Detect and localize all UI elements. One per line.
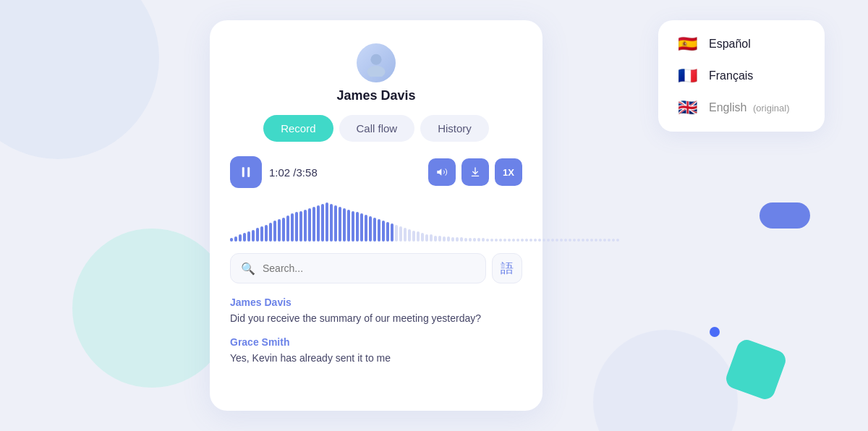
svg-rect-2	[242, 167, 244, 177]
waveform-bar	[265, 225, 268, 242]
speaker-2-text: Yes, Kevin has already sent it to me	[230, 351, 522, 366]
waveform-bar	[256, 228, 259, 242]
waveform-bar	[495, 239, 498, 242]
waveform-bar	[343, 208, 346, 242]
waveform-bar	[273, 221, 276, 242]
waveform-bar	[304, 210, 307, 242]
waveform-bar	[347, 210, 350, 242]
waveform-bar	[573, 239, 576, 242]
waveform-bar	[330, 204, 333, 242]
waveform-bar	[291, 213, 294, 242]
search-icon: 🔍	[241, 262, 255, 276]
waveform-bar	[373, 218, 376, 242]
volume-button[interactable]	[428, 158, 456, 186]
speaker-1-name: James Davis	[230, 296, 522, 308]
lang-item-english[interactable]: 🇬🇧 English (original)	[676, 98, 807, 117]
waveform-bar	[608, 239, 610, 242]
waveform-bar	[399, 226, 402, 242]
bg-decoration-dot	[710, 327, 720, 337]
waveform-bar	[482, 238, 485, 242]
waveform-bar	[326, 202, 328, 242]
lang-item-spanish[interactable]: 🇪🇸 Español	[676, 35, 807, 54]
waveform-bar	[430, 234, 433, 242]
download-button[interactable]	[461, 158, 489, 186]
waveform-bar	[378, 219, 380, 242]
speaker-2-name: Grace Smith	[230, 336, 522, 348]
waveform-bar	[252, 230, 255, 242]
main-card: James Davis Record Call flow History 1:0…	[210, 20, 542, 411]
user-name: James Davis	[336, 88, 415, 103]
waveform-bar	[486, 239, 489, 242]
svg-rect-3	[247, 167, 250, 177]
waveform-bar	[516, 239, 519, 242]
waveform-bar	[534, 239, 537, 242]
waveform-bar	[282, 218, 285, 242]
waveform-bar	[612, 239, 615, 242]
waveform-bar	[595, 239, 597, 242]
lang-item-french[interactable]: 🇫🇷 Français	[676, 67, 807, 85]
lang-name-french: Français	[709, 69, 753, 82]
waveform-bar	[443, 236, 446, 242]
waveform-bar	[586, 239, 589, 242]
waveform-bar	[547, 239, 550, 242]
waveform-bar	[356, 212, 359, 242]
waveform-bar	[529, 239, 532, 242]
waveform-bar	[339, 207, 341, 242]
waveform-bar	[382, 221, 385, 242]
transcript: James Davis Did you receive the summary …	[230, 296, 522, 376]
waveform-bar	[360, 213, 363, 242]
waveform-bar	[352, 211, 354, 242]
waveform-bar	[490, 239, 493, 242]
waveform-bar	[308, 208, 311, 242]
search-input[interactable]	[263, 263, 475, 274]
avatar-image	[362, 49, 390, 77]
waveform-bar	[569, 239, 571, 242]
waveform-bar	[278, 219, 281, 242]
waveform-bar	[295, 212, 298, 242]
waveform-bar	[230, 238, 233, 242]
waveform-bar	[408, 229, 411, 242]
waveform-bar	[473, 238, 476, 242]
search-input-wrap: 🔍	[230, 253, 486, 283]
pause-button[interactable]	[230, 156, 262, 188]
svg-point-1	[367, 66, 386, 77]
waveform-bar	[421, 233, 424, 242]
waveform-bar	[451, 237, 454, 242]
waveform-bar	[321, 204, 324, 242]
waveform-bar	[508, 239, 511, 242]
speed-button[interactable]: 1X	[495, 158, 522, 186]
waveform-bar	[243, 233, 246, 242]
waveform-bar	[538, 239, 541, 242]
waveform-bar	[312, 207, 315, 242]
waveform-bar	[247, 231, 250, 242]
player-row: 1:02 /3:58 1X	[230, 156, 522, 188]
waveform[interactable]	[230, 198, 522, 242]
waveform-bar	[577, 239, 580, 242]
waveform-bar	[269, 223, 272, 242]
waveform-bar	[434, 236, 437, 242]
lang-name-spanish: Español	[709, 38, 751, 51]
waveform-bar	[369, 216, 372, 242]
speaker-1-text: Did you receive the summary of our meeti…	[230, 311, 522, 326]
waveform-bar	[447, 236, 450, 242]
waveform-bar	[503, 239, 506, 242]
lang-name-english: English (original)	[709, 101, 790, 114]
bg-decoration-pill	[760, 202, 810, 229]
tab-callflow[interactable]: Call flow	[339, 115, 415, 142]
waveform-bar	[404, 228, 407, 242]
waveform-bar	[556, 239, 558, 242]
flag-french: 🇫🇷	[676, 67, 699, 85]
tab-history[interactable]: History	[420, 115, 489, 142]
translate-button[interactable]: 語	[492, 253, 522, 283]
waveform-bar	[317, 205, 320, 242]
waveform-bar	[464, 238, 467, 242]
translate-icon: 語	[501, 260, 514, 277]
user-profile: James Davis	[336, 43, 415, 103]
tab-record[interactable]: Record	[263, 115, 333, 142]
waveform-bar	[365, 215, 367, 242]
waveform-bar	[425, 234, 428, 242]
waveform-bar	[590, 239, 593, 242]
flag-spanish: 🇪🇸	[676, 35, 699, 54]
avatar	[357, 43, 396, 82]
waveform-bar	[551, 239, 554, 242]
